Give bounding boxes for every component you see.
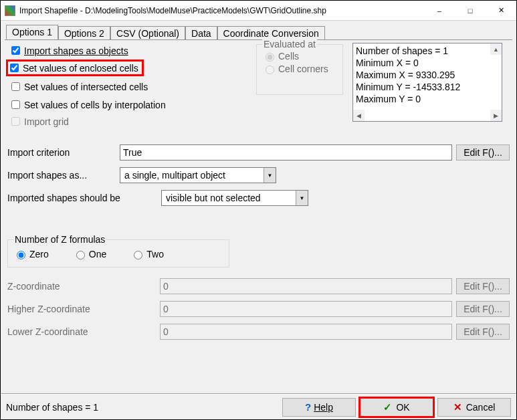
higher-z-label: Higher Z-coordinate bbox=[7, 304, 160, 314]
tab-coord[interactable]: Coordinate Conversion bbox=[217, 26, 325, 40]
radio-two-input[interactable] bbox=[134, 251, 142, 259]
radio-zero[interactable]: Zero bbox=[13, 249, 49, 259]
close-icon: ✕ bbox=[453, 401, 462, 413]
import-criterion-input[interactable] bbox=[120, 144, 452, 161]
radio-one[interactable]: One bbox=[73, 249, 106, 259]
cb-enclosed[interactable]: Set values of enclosed cells bbox=[7, 62, 138, 74]
radio-two-label: Two bbox=[146, 249, 164, 259]
import-shapes-as-label: Import shapes as... bbox=[7, 170, 120, 181]
higher-z-edit-button: Edit F()... bbox=[456, 301, 510, 317]
cb-interpolation-input[interactable] bbox=[11, 100, 20, 109]
radio-corners-input bbox=[266, 66, 274, 74]
help-label: Help bbox=[314, 402, 333, 413]
import-criterion-label: Import criterion bbox=[7, 147, 120, 158]
edit-criterion-button[interactable]: Edit F()... bbox=[456, 144, 510, 161]
evaluated-at-legend: Evaluated at bbox=[262, 39, 317, 49]
radio-cells: Cells bbox=[262, 51, 337, 62]
cb-intersected[interactable]: Set values of intersected cells bbox=[9, 80, 248, 93]
radio-one-label: One bbox=[89, 249, 106, 259]
close-button[interactable]: ✕ bbox=[486, 1, 516, 20]
radio-corners: Cell corners bbox=[262, 64, 337, 74]
cb-interpolation[interactable]: Set values of cells by interpolation bbox=[9, 98, 248, 111]
tab-panel-options1: Import shapes as objects Set values of e… bbox=[5, 39, 512, 387]
radio-cells-input bbox=[266, 53, 274, 62]
status-text: Number of shapes = 1 bbox=[6, 402, 278, 413]
cb-interpolation-label: Set values of cells by interpolation bbox=[24, 100, 166, 110]
cb-import-grid: Import grid bbox=[9, 115, 248, 128]
cb-import-shapes-input[interactable] bbox=[11, 46, 20, 55]
minimize-button[interactable]: – bbox=[424, 1, 455, 20]
tab-csv[interactable]: CSV (Optional) bbox=[110, 26, 185, 40]
stats-scroll-up[interactable]: ▲ bbox=[490, 43, 502, 55]
evaluated-at-group: Evaluated at Cells Cell corners bbox=[256, 44, 343, 95]
cb-enclosed-label: Set values of enclosed cells bbox=[23, 63, 138, 74]
client-area: Options 1 Options 2 CSV (Optional) Data … bbox=[1, 21, 516, 394]
z-coord-label: Z-coordinate bbox=[7, 281, 160, 292]
stats-box[interactable]: Number of shapes = 1 Minimum X = 0 Maxim… bbox=[352, 43, 502, 122]
lower-z-edit-button: Edit F()... bbox=[456, 324, 510, 340]
cancel-button[interactable]: ✕ Cancel bbox=[437, 398, 511, 417]
import-shapes-as-value: a single, multipart object bbox=[120, 168, 264, 183]
stats-content: Number of shapes = 1 Minimum X = 0 Maxim… bbox=[356, 45, 499, 105]
window-title: Import Shapefile - D:\ModelingTools\Mode… bbox=[19, 6, 424, 15]
cb-import-shapes[interactable]: Import shapes as objects bbox=[9, 44, 248, 57]
visibility-label: Imported shapes should be bbox=[7, 193, 161, 203]
tab-options1[interactable]: Options 1 bbox=[6, 25, 58, 39]
import-shapes-as-combo[interactable]: a single, multipart object ▼ bbox=[120, 167, 276, 183]
z-coord-edit-button: Edit F()... bbox=[456, 278, 510, 294]
radio-zero-input[interactable] bbox=[17, 251, 25, 259]
chevron-down-icon[interactable]: ▼ bbox=[296, 191, 308, 205]
maximize-button[interactable]: □ bbox=[455, 1, 486, 20]
radio-corners-label: Cell corners bbox=[278, 64, 328, 74]
ok-label: OK bbox=[396, 402, 409, 413]
stats-scroll-left[interactable]: ◀ bbox=[353, 110, 365, 121]
lower-z-input bbox=[160, 324, 452, 340]
higher-z-input bbox=[160, 301, 452, 317]
cb-import-shapes-label: Import shapes as objects bbox=[24, 45, 128, 56]
help-button[interactable]: ? Help bbox=[282, 398, 356, 417]
lower-z-label: Lower Z-coordinate bbox=[7, 326, 160, 337]
visibility-value: visible but not selected bbox=[162, 191, 296, 205]
stats-scroll-right[interactable]: ▶ bbox=[490, 110, 502, 121]
tab-data[interactable]: Data bbox=[185, 26, 217, 40]
dialog-window: Import Shapefile - D:\ModelingTools\Mode… bbox=[0, 0, 517, 420]
radio-zero-label: Zero bbox=[29, 249, 49, 259]
radio-cells-label: Cells bbox=[278, 51, 299, 62]
z-formulas-group: Number of Z formulas Zero One Two bbox=[7, 239, 229, 268]
help-icon: ? bbox=[305, 401, 311, 413]
cb-import-grid-label: Import grid bbox=[24, 116, 69, 127]
tab-strip: Options 1 Options 2 CSV (Optional) Data … bbox=[6, 23, 512, 39]
chevron-down-icon[interactable]: ▼ bbox=[264, 168, 276, 183]
check-icon: ✓ bbox=[383, 401, 392, 413]
radio-two[interactable]: Two bbox=[130, 249, 164, 259]
z-coord-input bbox=[160, 278, 452, 294]
cb-intersected-input[interactable] bbox=[11, 82, 20, 91]
tab-options2[interactable]: Options 2 bbox=[58, 26, 110, 40]
radio-one-input[interactable] bbox=[76, 251, 85, 259]
ok-button[interactable]: ✓ OK bbox=[360, 398, 433, 417]
z-formulas-legend: Number of Z formulas bbox=[13, 234, 106, 245]
button-bar: Number of shapes = 1 ? Help ✓ OK ✕ Cance… bbox=[1, 394, 516, 419]
titlebar: Import Shapefile - D:\ModelingTools\Mode… bbox=[1, 1, 516, 21]
cancel-label: Cancel bbox=[466, 402, 496, 413]
cb-import-grid-input bbox=[11, 117, 20, 126]
visibility-combo[interactable]: visible but not selected ▼ bbox=[161, 190, 308, 206]
cb-enclosed-input[interactable] bbox=[10, 64, 19, 72]
app-icon bbox=[5, 5, 15, 16]
cb-intersected-label: Set values of intersected cells bbox=[24, 82, 148, 92]
